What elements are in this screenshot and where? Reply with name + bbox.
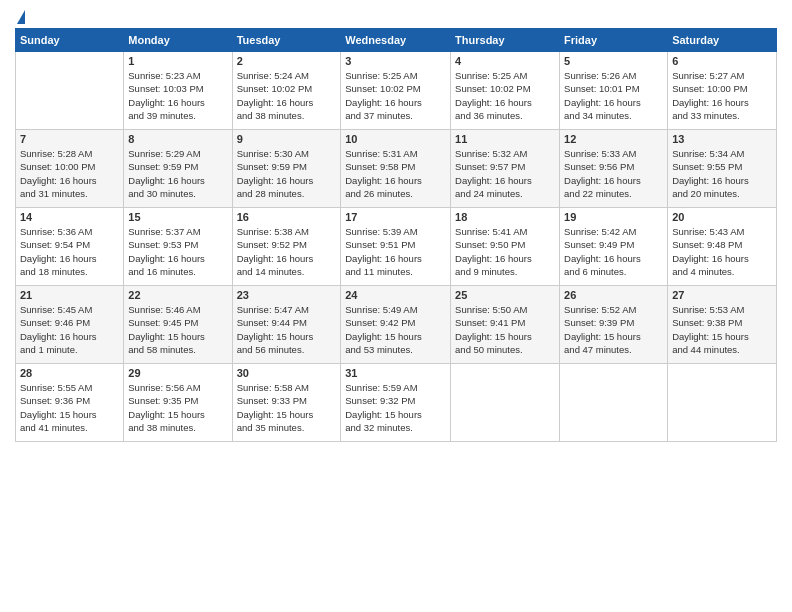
calendar-table: SundayMondayTuesdayWednesdayThursdayFrid… xyxy=(15,28,777,442)
day-info: Sunrise: 5:43 AM Sunset: 9:48 PM Dayligh… xyxy=(672,225,772,278)
day-number: 3 xyxy=(345,55,446,67)
day-number: 14 xyxy=(20,211,119,223)
calendar-cell xyxy=(560,364,668,442)
day-info: Sunrise: 5:24 AM Sunset: 10:02 PM Daylig… xyxy=(237,69,337,122)
calendar-cell: 16Sunrise: 5:38 AM Sunset: 9:52 PM Dayli… xyxy=(232,208,341,286)
calendar-cell: 26Sunrise: 5:52 AM Sunset: 9:39 PM Dayli… xyxy=(560,286,668,364)
day-info: Sunrise: 5:34 AM Sunset: 9:55 PM Dayligh… xyxy=(672,147,772,200)
day-number: 1 xyxy=(128,55,227,67)
day-info: Sunrise: 5:56 AM Sunset: 9:35 PM Dayligh… xyxy=(128,381,227,434)
day-number: 30 xyxy=(237,367,337,379)
calendar-cell xyxy=(451,364,560,442)
calendar-cell: 4Sunrise: 5:25 AM Sunset: 10:02 PM Dayli… xyxy=(451,52,560,130)
day-info: Sunrise: 5:41 AM Sunset: 9:50 PM Dayligh… xyxy=(455,225,555,278)
day-info: Sunrise: 5:55 AM Sunset: 9:36 PM Dayligh… xyxy=(20,381,119,434)
page-container: SundayMondayTuesdayWednesdayThursdayFrid… xyxy=(0,0,792,447)
calendar-cell: 22Sunrise: 5:46 AM Sunset: 9:45 PM Dayli… xyxy=(124,286,232,364)
day-info: Sunrise: 5:58 AM Sunset: 9:33 PM Dayligh… xyxy=(237,381,337,434)
calendar-cell: 31Sunrise: 5:59 AM Sunset: 9:32 PM Dayli… xyxy=(341,364,451,442)
calendar-cell: 17Sunrise: 5:39 AM Sunset: 9:51 PM Dayli… xyxy=(341,208,451,286)
day-number: 29 xyxy=(128,367,227,379)
day-info: Sunrise: 5:45 AM Sunset: 9:46 PM Dayligh… xyxy=(20,303,119,356)
day-number: 16 xyxy=(237,211,337,223)
day-info: Sunrise: 5:39 AM Sunset: 9:51 PM Dayligh… xyxy=(345,225,446,278)
day-number: 21 xyxy=(20,289,119,301)
day-number: 5 xyxy=(564,55,663,67)
calendar-day-header: Thursday xyxy=(451,29,560,52)
calendar-week-row: 1Sunrise: 5:23 AM Sunset: 10:03 PM Dayli… xyxy=(16,52,777,130)
calendar-cell: 25Sunrise: 5:50 AM Sunset: 9:41 PM Dayli… xyxy=(451,286,560,364)
day-info: Sunrise: 5:46 AM Sunset: 9:45 PM Dayligh… xyxy=(128,303,227,356)
calendar-cell: 6Sunrise: 5:27 AM Sunset: 10:00 PM Dayli… xyxy=(668,52,777,130)
day-number: 17 xyxy=(345,211,446,223)
day-info: Sunrise: 5:42 AM Sunset: 9:49 PM Dayligh… xyxy=(564,225,663,278)
day-number: 15 xyxy=(128,211,227,223)
calendar-header-row: SundayMondayTuesdayWednesdayThursdayFrid… xyxy=(16,29,777,52)
day-number: 25 xyxy=(455,289,555,301)
day-info: Sunrise: 5:26 AM Sunset: 10:01 PM Daylig… xyxy=(564,69,663,122)
day-info: Sunrise: 5:27 AM Sunset: 10:00 PM Daylig… xyxy=(672,69,772,122)
calendar-cell: 20Sunrise: 5:43 AM Sunset: 9:48 PM Dayli… xyxy=(668,208,777,286)
day-info: Sunrise: 5:25 AM Sunset: 10:02 PM Daylig… xyxy=(455,69,555,122)
calendar-week-row: 21Sunrise: 5:45 AM Sunset: 9:46 PM Dayli… xyxy=(16,286,777,364)
day-number: 18 xyxy=(455,211,555,223)
day-info: Sunrise: 5:52 AM Sunset: 9:39 PM Dayligh… xyxy=(564,303,663,356)
calendar-cell: 19Sunrise: 5:42 AM Sunset: 9:49 PM Dayli… xyxy=(560,208,668,286)
calendar-cell: 13Sunrise: 5:34 AM Sunset: 9:55 PM Dayli… xyxy=(668,130,777,208)
day-number: 27 xyxy=(672,289,772,301)
calendar-day-header: Wednesday xyxy=(341,29,451,52)
day-info: Sunrise: 5:29 AM Sunset: 9:59 PM Dayligh… xyxy=(128,147,227,200)
day-info: Sunrise: 5:49 AM Sunset: 9:42 PM Dayligh… xyxy=(345,303,446,356)
day-number: 31 xyxy=(345,367,446,379)
calendar-cell: 10Sunrise: 5:31 AM Sunset: 9:58 PM Dayli… xyxy=(341,130,451,208)
day-number: 8 xyxy=(128,133,227,145)
calendar-cell: 29Sunrise: 5:56 AM Sunset: 9:35 PM Dayli… xyxy=(124,364,232,442)
calendar-cell xyxy=(16,52,124,130)
calendar-day-header: Tuesday xyxy=(232,29,341,52)
day-number: 9 xyxy=(237,133,337,145)
calendar-cell: 18Sunrise: 5:41 AM Sunset: 9:50 PM Dayli… xyxy=(451,208,560,286)
day-number: 7 xyxy=(20,133,119,145)
day-number: 20 xyxy=(672,211,772,223)
day-number: 22 xyxy=(128,289,227,301)
calendar-cell: 7Sunrise: 5:28 AM Sunset: 10:00 PM Dayli… xyxy=(16,130,124,208)
calendar-cell: 1Sunrise: 5:23 AM Sunset: 10:03 PM Dayli… xyxy=(124,52,232,130)
day-info: Sunrise: 5:59 AM Sunset: 9:32 PM Dayligh… xyxy=(345,381,446,434)
calendar-cell: 12Sunrise: 5:33 AM Sunset: 9:56 PM Dayli… xyxy=(560,130,668,208)
day-number: 19 xyxy=(564,211,663,223)
calendar-cell: 23Sunrise: 5:47 AM Sunset: 9:44 PM Dayli… xyxy=(232,286,341,364)
day-info: Sunrise: 5:32 AM Sunset: 9:57 PM Dayligh… xyxy=(455,147,555,200)
day-info: Sunrise: 5:23 AM Sunset: 10:03 PM Daylig… xyxy=(128,69,227,122)
day-number: 23 xyxy=(237,289,337,301)
calendar-week-row: 28Sunrise: 5:55 AM Sunset: 9:36 PM Dayli… xyxy=(16,364,777,442)
calendar-cell: 14Sunrise: 5:36 AM Sunset: 9:54 PM Dayli… xyxy=(16,208,124,286)
calendar-day-header: Monday xyxy=(124,29,232,52)
calendar-cell: 24Sunrise: 5:49 AM Sunset: 9:42 PM Dayli… xyxy=(341,286,451,364)
day-number: 28 xyxy=(20,367,119,379)
logo-triangle-icon xyxy=(17,10,25,24)
day-info: Sunrise: 5:36 AM Sunset: 9:54 PM Dayligh… xyxy=(20,225,119,278)
day-number: 24 xyxy=(345,289,446,301)
calendar-cell: 27Sunrise: 5:53 AM Sunset: 9:38 PM Dayli… xyxy=(668,286,777,364)
calendar-cell: 2Sunrise: 5:24 AM Sunset: 10:02 PM Dayli… xyxy=(232,52,341,130)
day-number: 2 xyxy=(237,55,337,67)
calendar-cell: 28Sunrise: 5:55 AM Sunset: 9:36 PM Dayli… xyxy=(16,364,124,442)
calendar-day-header: Sunday xyxy=(16,29,124,52)
calendar-day-header: Friday xyxy=(560,29,668,52)
day-number: 6 xyxy=(672,55,772,67)
calendar-day-header: Saturday xyxy=(668,29,777,52)
calendar-cell: 8Sunrise: 5:29 AM Sunset: 9:59 PM Daylig… xyxy=(124,130,232,208)
calendar-cell: 30Sunrise: 5:58 AM Sunset: 9:33 PM Dayli… xyxy=(232,364,341,442)
calendar-week-row: 7Sunrise: 5:28 AM Sunset: 10:00 PM Dayli… xyxy=(16,130,777,208)
day-number: 10 xyxy=(345,133,446,145)
calendar-cell xyxy=(668,364,777,442)
day-info: Sunrise: 5:33 AM Sunset: 9:56 PM Dayligh… xyxy=(564,147,663,200)
day-info: Sunrise: 5:25 AM Sunset: 10:02 PM Daylig… xyxy=(345,69,446,122)
day-info: Sunrise: 5:31 AM Sunset: 9:58 PM Dayligh… xyxy=(345,147,446,200)
logo xyxy=(15,10,25,24)
day-info: Sunrise: 5:50 AM Sunset: 9:41 PM Dayligh… xyxy=(455,303,555,356)
calendar-cell: 9Sunrise: 5:30 AM Sunset: 9:59 PM Daylig… xyxy=(232,130,341,208)
day-number: 11 xyxy=(455,133,555,145)
calendar-cell: 15Sunrise: 5:37 AM Sunset: 9:53 PM Dayli… xyxy=(124,208,232,286)
day-number: 4 xyxy=(455,55,555,67)
